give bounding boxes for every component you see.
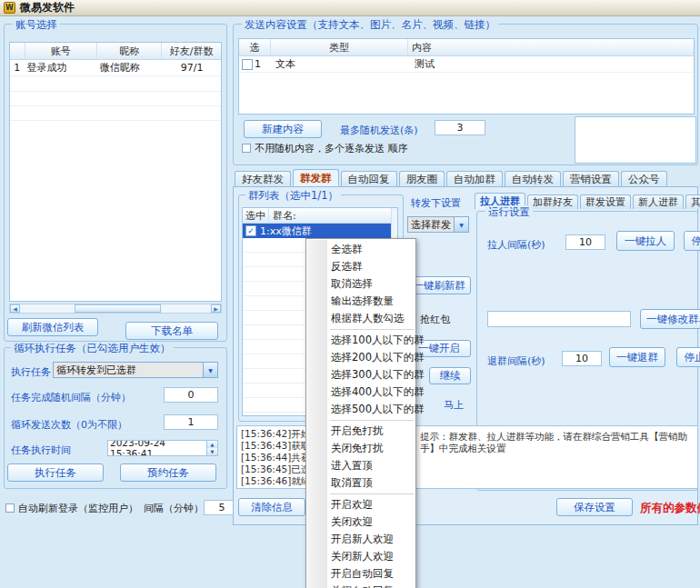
accounts-hscrollbar[interactable]: ◀ ▶ — [9, 304, 222, 314]
quit-interval-label: 退群间隔(秒) — [487, 354, 545, 368]
menu-item-welcome-on[interactable]: 开启欢迎 — [306, 496, 415, 513]
menu-item-autoreply-on[interactable]: 开启自动回复 — [306, 565, 415, 583]
menu-item-mute-off[interactable]: 关闭免打扰 — [306, 440, 415, 457]
run-settings-label: 运行设置 — [485, 205, 533, 219]
content-col-content: 内容 — [408, 39, 694, 55]
content-row-num: 1 — [255, 58, 261, 70]
tab-moments[interactable]: 朋友圈 — [399, 171, 445, 187]
content-row-checkbox[interactable] — [242, 59, 253, 70]
refresh-groups-button[interactable]: 一键刷新群 — [407, 276, 471, 294]
menu-item-under-300[interactable]: 选择300人以下的群 — [306, 366, 415, 384]
schedule-task-button[interactable]: 预约任务 — [120, 463, 216, 482]
spinner-down-icon[interactable]: ▼ — [207, 448, 217, 455]
content-row-type: 文本 — [273, 57, 412, 71]
grouplist-label: 群列表（选中1/1） — [245, 189, 341, 203]
subtab-send-settings[interactable]: 群发设置 — [580, 194, 631, 209]
download-list-button[interactable]: 下载名单 — [125, 322, 218, 340]
tab-auto-reply[interactable]: 自动回复 — [341, 171, 397, 187]
pull-stop-button[interactable]: 停止 — [684, 231, 700, 251]
task-time-picker[interactable]: 2023-09-24 15:36:41 ▲▼ — [107, 440, 218, 456]
subtab-group-friends[interactable]: 加群好友 — [527, 194, 578, 209]
menu-item-under-100[interactable]: 选择100人以下的群 — [306, 332, 415, 349]
group-table-header: 选中 群名: — [243, 208, 397, 224]
pull-button[interactable]: 一键拉人 — [616, 231, 675, 251]
quit-interval-input[interactable]: 10 — [562, 351, 602, 366]
save-settings-button[interactable]: 保存设置 — [556, 498, 633, 516]
menu-item-autoreply-off[interactable]: 关闭自动回复 — [306, 583, 415, 588]
menu-item-deselect[interactable]: 取消选择 — [306, 275, 415, 293]
menu-item-newcomer-welcome-on[interactable]: 开启新人欢迎 — [306, 531, 415, 548]
exec-task-dropdown[interactable]: 循环转发到已选群 ▼ — [53, 362, 218, 378]
menu-item-under-400[interactable]: 选择400人以下的群 — [306, 384, 415, 401]
group-row-checkbox[interactable]: ✓ — [245, 225, 256, 236]
random-count-label: 最多随机发送(条) — [340, 124, 418, 137]
tab-auto-join[interactable]: 自动加群 — [446, 171, 503, 187]
menu-item-newcomer-welcome-off[interactable]: 关闭新人欢迎 — [306, 548, 415, 565]
menu-item-select-all[interactable]: 全选群 — [306, 241, 415, 258]
menu-item-export-count[interactable]: 输出选择数量 — [306, 293, 415, 310]
group-row-selected[interactable]: ✓ 1:xx微信群 — [243, 224, 397, 238]
order-checkbox[interactable] — [242, 144, 251, 153]
run-task-button[interactable]: 执行任务 — [7, 463, 104, 482]
accounts-col-counts: 好友/群数 — [162, 43, 221, 59]
accounts-col-sel — [10, 43, 25, 59]
hscroll-thumb[interactable] — [75, 304, 161, 313]
tab-marketing-settings[interactable]: 营销设置 — [563, 171, 619, 187]
tab-official-account[interactable]: 公众号 — [621, 171, 667, 187]
loop-count-label: 循环发送次数（0为不限） — [11, 418, 127, 432]
clear-log-button[interactable]: 清除信息 — [238, 498, 305, 516]
pull-interval-label: 拉人间隔(秒) — [487, 238, 545, 252]
chevron-down-icon[interactable]: ▼ — [203, 363, 217, 377]
accounts-table: 账号 昵称 好友/群数 1 登录成功 微信昵称 97/1 — [9, 42, 222, 302]
scroll-right-icon[interactable]: ▶ — [211, 304, 221, 313]
rename-input[interactable] — [487, 311, 631, 327]
menu-item-pin[interactable]: 进入置顶 — [306, 457, 415, 474]
tab-friend-send[interactable]: 好友群发 — [235, 171, 291, 187]
scroll-left-icon[interactable]: ◀ — [10, 304, 20, 313]
account-row[interactable]: 1 登录成功 微信昵称 97/1 — [10, 60, 221, 76]
order-checkbox-label: 不用随机内容，多个逐条发送 顺序 — [255, 142, 408, 155]
spinner-up-icon[interactable]: ▲ — [207, 441, 217, 448]
menu-item-mute-on[interactable]: 开启免打扰 — [306, 423, 415, 440]
rename-button[interactable]: 一键修改群名 — [640, 309, 700, 329]
new-content-button[interactable]: 新建内容 — [244, 120, 322, 138]
save-warning-text: 所有的参数修改需保存生效 — [640, 501, 700, 516]
accounts-group-label: 账号选择 — [13, 18, 60, 32]
group-context-menu: 全选群 反选群 取消选择 输出选择数量 根据群人数勾选 选择100人以下的群 选… — [305, 238, 416, 588]
menu-separator — [330, 329, 414, 330]
titlebar: W 微易发软件 — [0, 0, 700, 16]
menu-item-select-by-size[interactable]: 根据群人数勾选 — [306, 310, 415, 327]
forward-target-dropdown[interactable]: 选择群发 ▼ — [407, 216, 469, 233]
auto-refresh-label: 自动刷新登录（监控用户） — [18, 502, 138, 515]
menu-item-unpin[interactable]: 取消置顶 — [306, 474, 415, 492]
account-row-nick: 微信昵称 — [97, 60, 164, 75]
tab-auto-forward[interactable]: 自动转发 — [505, 171, 561, 187]
tab-group-send[interactable]: 群发群 — [293, 169, 339, 187]
chevron-down-icon[interactable]: ▼ — [454, 217, 468, 232]
pull-interval-input[interactable]: 10 — [565, 234, 605, 250]
subtab-other[interactable]: 其它 — [685, 194, 700, 209]
menu-item-invert-select[interactable]: 反选群 — [306, 258, 415, 275]
refresh-wechat-button[interactable]: 刷新微信列表 — [7, 318, 98, 336]
menu-item-under-200[interactable]: 选择200人以下的群 — [306, 349, 415, 366]
menu-item-welcome-off[interactable]: 关闭欢迎 — [306, 513, 415, 531]
window-title: 微易发软件 — [20, 0, 75, 15]
quit-group-button[interactable]: 一键退群 — [609, 347, 665, 367]
app-icon: W — [4, 2, 15, 14]
rand-interval-input[interactable]: 0 — [164, 387, 218, 403]
content-preview-box — [575, 116, 696, 164]
continue-button[interactable]: 继续 — [429, 367, 471, 384]
time-spinner[interactable]: ▲▼ — [206, 441, 217, 455]
loop-count-input[interactable]: 1 — [164, 414, 218, 430]
account-row-account: 登录成功 — [24, 60, 96, 75]
group-col-sel: 选中 — [243, 208, 269, 223]
content-row[interactable]: 1 文本 测试 — [239, 56, 694, 73]
auto-refresh-checkbox[interactable] — [5, 503, 15, 513]
accounts-col-nick: 昵称 — [97, 43, 162, 59]
subtab-newcomer[interactable]: 新人进群 — [633, 194, 684, 209]
random-count-input[interactable]: 3 — [435, 120, 485, 135]
redpack-label: 抢红包 — [420, 313, 450, 326]
quit-stop-button[interactable]: 停止 — [676, 347, 700, 367]
main-tabstrip: 好友群发 群发群 自动回复 朋友圈 自动加群 自动转发 营销设置 公众号 — [235, 169, 669, 187]
menu-item-under-500[interactable]: 选择500人以下的群 — [306, 401, 415, 418]
